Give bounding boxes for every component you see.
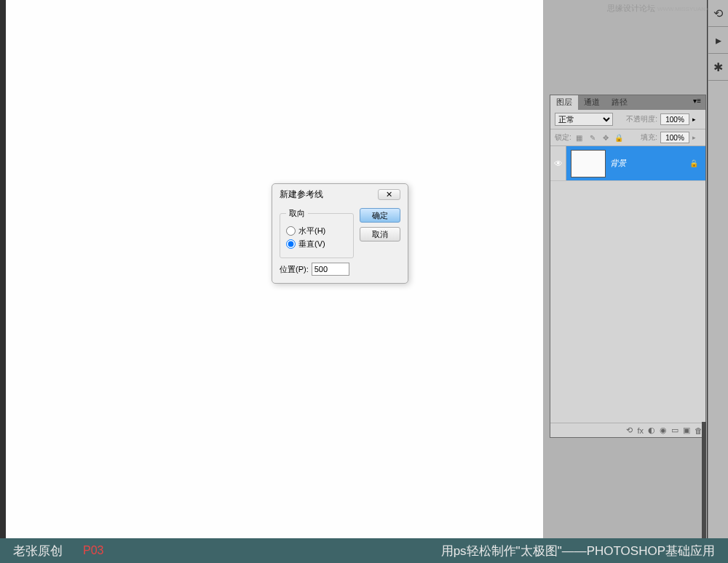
opacity-input[interactable] [660, 113, 689, 125]
new-guide-dialog: 新建参考线 ✕ 取向 水平(H) 垂直(V) 位置(P): 确定 [272, 183, 408, 284]
orientation-legend: 取向 [286, 208, 308, 219]
layer-name[interactable]: 背景 [610, 158, 689, 169]
radio-horizontal[interactable]: 水平(H) [286, 225, 347, 236]
expand-icon[interactable]: ▸ [710, 31, 727, 49]
radio-horizontal-label: 水平(H) [298, 225, 325, 236]
bottom-bar: 老张原创 P03 用ps轻松制作"太极图"——PHOTOSHOP基础应用 [0, 538, 728, 563]
divider [708, 80, 728, 81]
opacity-label: 不透明度: [626, 114, 657, 124]
right-toolbar: ⟲ ▸ ✱ [708, 0, 728, 538]
panel-tabs: 图层 通道 路径 ▾≡ [550, 95, 705, 110]
dialog-title-text: 新建参考线 [280, 188, 323, 201]
radio-horizontal-input[interactable] [286, 226, 296, 236]
radio-vertical-label: 垂直(V) [298, 239, 325, 249]
author-text: 老张原创 [13, 543, 63, 559]
dialog-left: 取向 水平(H) 垂直(V) 位置(P): [280, 208, 354, 276]
history-icon[interactable]: ⟲ [710, 4, 727, 22]
visibility-toggle[interactable]: 👁 [550, 146, 566, 180]
gear-icon[interactable]: ✱ [710, 58, 727, 76]
fill-input[interactable] [660, 132, 689, 143]
lock-all-icon[interactable]: 🔒 [614, 132, 624, 143]
lock-brush-icon[interactable]: ✎ [587, 132, 598, 143]
layers-list: 👁 背景 🔒 [550, 146, 705, 423]
lock-icon: 🔒 [689, 159, 700, 167]
dialog-buttons: 确定 取消 [360, 208, 400, 276]
fx-icon[interactable]: fx [637, 426, 644, 435]
fill-label: 填充: [641, 132, 657, 143]
layers-panel: 图层 通道 路径 ▾≡ 正常 不透明度: ▸ 锁定: ▦ ✎ ✥ 🔒 填充: ▸… [550, 95, 706, 438]
tutorial-title: 用ps轻松制作"太极图"——PHOTOSHOP基础应用 [441, 543, 715, 559]
orientation-fieldset: 取向 水平(H) 垂直(V) [280, 208, 354, 258]
divider [708, 53, 728, 54]
lock-label: 锁定: [555, 132, 571, 143]
watermark: 思缘设计论坛 WWW.MISSYUAN.COM [607, 3, 721, 14]
lock-transparency-icon[interactable]: ▦ [574, 132, 585, 143]
tab-paths[interactable]: 路径 [606, 95, 633, 110]
dark-strip [702, 422, 706, 538]
new-layer-icon[interactable]: ▣ [683, 426, 690, 435]
panel-menu-icon[interactable]: ▾≡ [689, 95, 705, 110]
mask-icon[interactable]: ◐ [648, 426, 655, 435]
chevron-down-icon[interactable]: ▸ [692, 134, 701, 141]
lock-row: 锁定: ▦ ✎ ✥ 🔒 填充: ▸ [550, 129, 705, 146]
eye-icon: 👁 [554, 159, 563, 169]
tab-layers[interactable]: 图层 [550, 95, 578, 110]
position-label: 位置(P): [280, 264, 309, 275]
radio-vertical[interactable]: 垂直(V) [286, 239, 347, 249]
radio-vertical-input[interactable] [286, 239, 296, 249]
dialog-body: 取向 水平(H) 垂直(V) 位置(P): 确定 取消 [272, 205, 408, 283]
link-icon[interactable]: ⟲ [626, 426, 633, 435]
position-input[interactable] [312, 263, 349, 276]
tab-channels[interactable]: 通道 [578, 95, 606, 110]
divider [708, 26, 728, 27]
close-button[interactable]: ✕ [378, 189, 400, 200]
page-number: P03 [83, 544, 103, 557]
adjustment-icon[interactable]: ◉ [660, 426, 667, 435]
folder-icon[interactable]: ▭ [671, 426, 678, 435]
panel-footer: ⟲ fx ◐ ◉ ▭ ▣ 🗑 [550, 423, 705, 437]
layer-thumbnail[interactable] [571, 150, 606, 177]
blend-mode-select[interactable]: 正常 [555, 113, 613, 126]
dialog-titlebar[interactable]: 新建参考线 ✕ [272, 184, 408, 205]
cancel-button[interactable]: 取消 [360, 227, 400, 241]
ok-button[interactable]: 确定 [360, 208, 400, 223]
watermark-text: 思缘设计论坛 [607, 4, 655, 12]
layer-row-background[interactable]: 👁 背景 🔒 [550, 146, 705, 181]
position-row: 位置(P): [280, 263, 354, 276]
chevron-down-icon[interactable]: ▸ [692, 116, 701, 123]
blend-row: 正常 不透明度: ▸ [550, 110, 705, 129]
lock-move-icon[interactable]: ✥ [601, 132, 611, 143]
